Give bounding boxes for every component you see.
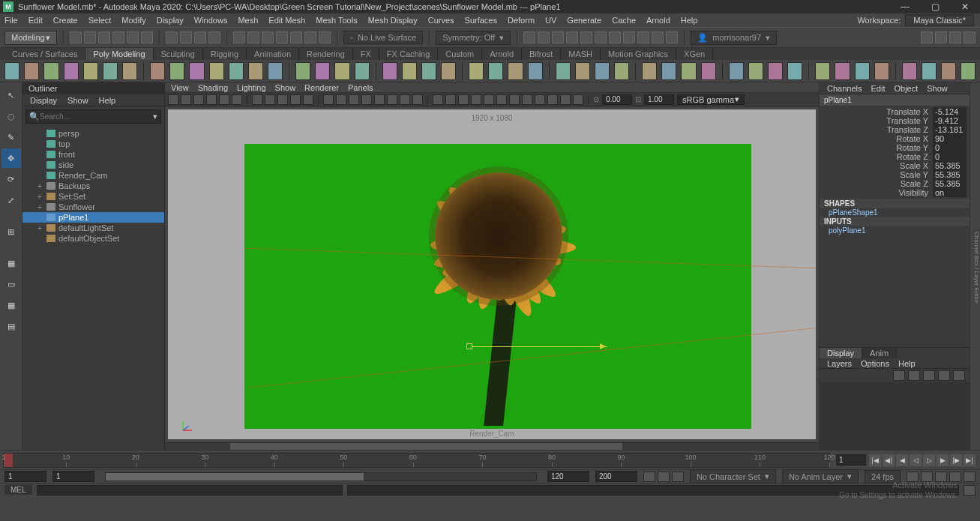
outliner-tree[interactable]: persptopfrontsideRender_Cam+Backups+Set:… <box>22 127 164 450</box>
shelf-icon[interactable] <box>24 62 39 80</box>
shelf-icon[interactable] <box>315 62 330 80</box>
toolbar-icon[interactable] <box>637 31 649 43</box>
viewport-menu-panels[interactable]: Panels <box>348 83 373 92</box>
play-forward-button[interactable]: ▷ <box>923 454 935 466</box>
shelf-icon[interactable] <box>815 62 830 80</box>
toolbar-icon[interactable] <box>112 31 124 43</box>
toolbar-icon[interactable] <box>595 31 607 43</box>
viewport-tool-icon[interactable] <box>290 94 301 105</box>
shelf-icon[interactable] <box>701 62 716 80</box>
outliner-item-render_cam[interactable]: Render_Cam <box>22 170 164 181</box>
maximize-button[interactable]: ▢ <box>920 0 950 13</box>
step-fwd-button[interactable]: ▶ <box>937 454 949 466</box>
time-track[interactable]: 1102030405060708090100110120 <box>3 453 830 468</box>
range-end-field[interactable] <box>595 471 637 482</box>
layer-menu-help[interactable]: Help <box>898 359 916 368</box>
outliner-item-pplane1[interactable]: pPlane1 <box>22 212 164 223</box>
rotate-tool[interactable]: ⟳ <box>1 169 21 189</box>
right-icon-strip[interactable]: Channel Box / Layer Editor <box>970 82 980 450</box>
toolbar-icon[interactable] <box>276 31 288 43</box>
menu-mesh-tools[interactable]: Mesh Tools <box>316 16 357 25</box>
fps-selector[interactable]: 24 fps <box>865 470 901 484</box>
toolbar-icon[interactable] <box>921 31 933 43</box>
outliner-item-top[interactable]: top <box>22 139 164 149</box>
search-chevron-icon[interactable]: ▾ <box>153 112 157 121</box>
viewport-tool-icon[interactable] <box>277 94 288 105</box>
shelf-icon[interactable] <box>729 62 744 80</box>
toolbar-icon[interactable] <box>623 31 635 43</box>
go-end-button[interactable]: ▶| <box>964 454 976 466</box>
menu-surfaces[interactable]: Surfaces <box>465 16 497 25</box>
toolbar-icon[interactable] <box>935 31 947 43</box>
shelf-tab-curves-surfaces[interactable]: Curves / Surfaces <box>4 48 85 60</box>
toolbar-icon[interactable] <box>552 31 564 43</box>
toolbar-icon[interactable] <box>166 31 178 43</box>
shelf-tab-bifrost[interactable]: Bifrost <box>522 48 561 60</box>
viewport-tool-icon[interactable] <box>181 94 191 105</box>
outliner-item-set:set[interactable]: +Set:Set <box>22 191 164 202</box>
menu-file[interactable]: File <box>4 16 18 25</box>
move-tool[interactable]: ✥ <box>1 148 21 168</box>
menu-deform[interactable]: Deform <box>508 16 535 25</box>
shelf-icon[interactable] <box>902 62 917 80</box>
range-slider[interactable] <box>105 472 537 481</box>
viewport-menu-view[interactable]: View <box>171 83 189 92</box>
shape-node[interactable]: pPlaneShape1 <box>820 208 970 217</box>
range-icon[interactable] <box>921 472 933 482</box>
toolbar-icon[interactable] <box>964 31 976 43</box>
toolbar-icon[interactable] <box>98 31 110 43</box>
channel-menu-channels[interactable]: Channels <box>827 84 862 93</box>
viewport-tool-icon[interactable] <box>547 94 558 105</box>
viewport-scrollbar[interactable] <box>165 442 819 450</box>
outliner-search[interactable]: 🔍 ▾ <box>25 109 161 124</box>
shelf-icon[interactable] <box>64 62 79 80</box>
viewport-tool-icon[interactable] <box>349 94 359 105</box>
menu-mesh-display[interactable]: Mesh Display <box>368 16 418 25</box>
shelf-icon[interactable] <box>575 62 590 80</box>
shelf-icon[interactable] <box>355 62 370 80</box>
layout-four[interactable]: ▦ <box>1 295 21 315</box>
channel-menu-show[interactable]: Show <box>927 84 948 93</box>
lasso-tool[interactable]: ◌ <box>1 106 21 126</box>
viewport-tool-icon[interactable] <box>206 94 217 105</box>
viewport-tool-icon[interactable] <box>496 94 507 105</box>
playback-end-field[interactable] <box>547 471 589 482</box>
shelf-icon[interactable] <box>961 62 976 80</box>
channel-menu-object[interactable]: Object <box>894 84 918 93</box>
toolbar-icon[interactable] <box>304 31 316 43</box>
toolbar-icon[interactable] <box>180 31 192 43</box>
shelf-icon[interactable] <box>768 62 783 80</box>
viewport-tool-icon[interactable] <box>361 94 372 105</box>
range-start-field[interactable] <box>4 471 46 482</box>
menu-edit-mesh[interactable]: Edit Mesh <box>268 16 305 25</box>
viewport-tool-icon[interactable] <box>458 94 469 105</box>
range-icon[interactable] <box>907 472 919 482</box>
menu-display[interactable]: Display <box>157 16 184 25</box>
viewport-tool-icon[interactable] <box>509 94 520 105</box>
shelf-icon[interactable] <box>421 62 436 80</box>
shelf-icon[interactable] <box>334 62 349 80</box>
layer-btn[interactable] <box>938 370 950 381</box>
toolbar-icon[interactable] <box>609 31 621 43</box>
viewport-tool-icon[interactable] <box>252 94 262 105</box>
close-button[interactable]: ✕ <box>950 0 980 13</box>
playback-start-field[interactable] <box>52 471 94 482</box>
shelf-icon[interactable] <box>922 62 937 80</box>
symmetry-toggle[interactable]: Symmetry: Off ▾ <box>436 31 511 45</box>
manipulator-x-arrow[interactable] <box>600 343 606 349</box>
outliner-item-persp[interactable]: persp <box>22 128 164 139</box>
shelf-tab-fx[interactable]: FX <box>353 48 379 60</box>
range-icon[interactable] <box>672 472 684 482</box>
viewport-tool-icon[interactable] <box>471 94 481 105</box>
toolbar-icon[interactable] <box>580 31 592 43</box>
step-fwd-key-button[interactable]: |▶ <box>950 454 962 466</box>
manipulator-pivot[interactable] <box>466 343 472 349</box>
shelf-tab-animation[interactable]: Animation <box>247 48 299 60</box>
outliner-search-input[interactable] <box>40 112 153 121</box>
viewport-menu-shading[interactable]: Shading <box>198 83 228 92</box>
shelf-icon[interactable] <box>748 62 763 80</box>
shelf-icon[interactable] <box>488 62 503 80</box>
menu-windows[interactable]: Windows <box>194 16 228 25</box>
layout-custom[interactable]: ▤ <box>1 316 21 336</box>
paint-select-tool[interactable]: ✎ <box>1 127 21 147</box>
